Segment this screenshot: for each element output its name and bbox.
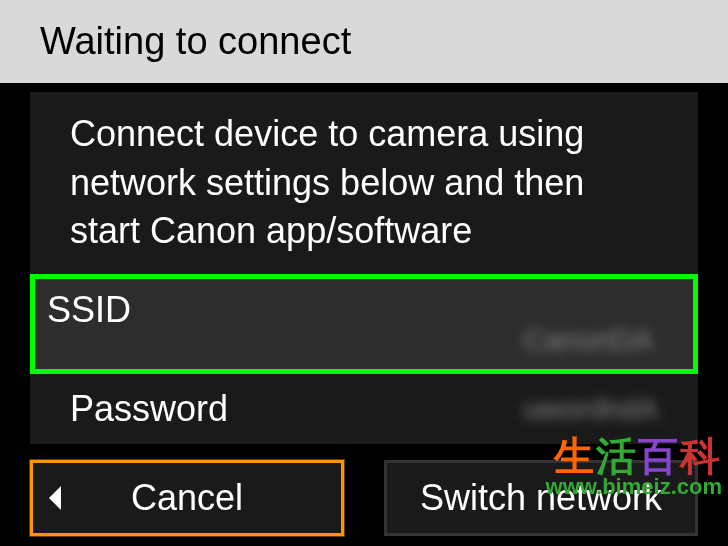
cancel-button[interactable]: Cancel (30, 460, 344, 536)
password-label: Password (70, 388, 228, 430)
watermark: 生活百科 www.bimeiz.com (546, 436, 722, 498)
cancel-button-label: Cancel (131, 477, 243, 519)
watermark-text: 生活百科 (546, 436, 722, 476)
ssid-row: SSID CanonDA (30, 274, 698, 374)
instruction-text: Connect device to camera using network s… (70, 110, 658, 256)
instruction-panel: Connect device to camera using network s… (30, 92, 698, 274)
back-arrow-icon (49, 486, 61, 510)
header-bar: Waiting to connect (0, 0, 728, 86)
password-value: uwordndA (523, 392, 658, 426)
ssid-value: CanonDA (523, 323, 653, 357)
page-title: Waiting to connect (40, 20, 688, 63)
watermark-url: www.bimeiz.com (546, 476, 722, 498)
